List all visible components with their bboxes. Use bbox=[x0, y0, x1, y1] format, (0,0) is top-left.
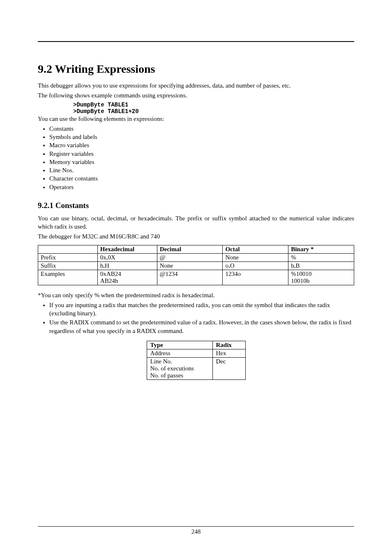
cell: Dec bbox=[212, 357, 245, 379]
cell: 1234o bbox=[223, 270, 288, 285]
list-item: If you are inputting a radix that matche… bbox=[49, 301, 354, 318]
table-row: Address Hex bbox=[147, 349, 245, 357]
intro-2: The following shows example commands usi… bbox=[38, 91, 354, 99]
list-item: Symbols and labels bbox=[49, 133, 354, 141]
table-row: Prefix 0x,0X @ None % bbox=[38, 253, 354, 261]
cell: 0x,0X bbox=[97, 253, 157, 261]
subsection-para-2: The debugger for M32C and M16C/R8C and 7… bbox=[38, 232, 354, 240]
list-item: Macro variables bbox=[49, 141, 354, 149]
cell: @ bbox=[157, 253, 223, 261]
list-item: Constants bbox=[49, 125, 354, 133]
section-number: 9.2 bbox=[38, 62, 52, 75]
cell: % bbox=[288, 253, 354, 261]
th-hex: Hexadecimal bbox=[97, 245, 157, 253]
elements-list: Constants Symbols and labels Macro varia… bbox=[38, 125, 354, 191]
cell: Address bbox=[147, 349, 212, 357]
notes-list: If you are inputting a radix that matche… bbox=[38, 301, 354, 335]
list-item: Memory variables bbox=[49, 158, 354, 166]
list-item: Use the RADIX command to set the predete… bbox=[49, 318, 354, 335]
subsection-number: 9.2.1 bbox=[38, 201, 53, 210]
table-row: Examples 0xAB24 AB24h @1234 1234o %10010… bbox=[38, 270, 354, 285]
intro-1: This debugger allows you to use expressi… bbox=[38, 81, 354, 90]
list-item: Register variables bbox=[49, 150, 354, 158]
page-number: 248 bbox=[191, 528, 201, 535]
intro-3: You can use the following elements in ex… bbox=[38, 115, 354, 123]
subsection-name: Constants bbox=[55, 201, 89, 210]
radix-table: Hexadecimal Decimal Octal Binary * Prefi… bbox=[38, 245, 354, 285]
row-label: Suffix bbox=[38, 261, 98, 270]
row-label: Examples bbox=[38, 270, 98, 285]
list-item: Operators bbox=[49, 183, 354, 191]
table-row: Type Radix bbox=[147, 341, 245, 349]
cell: %10010 10010b bbox=[288, 270, 354, 285]
table-row: Line No. No. of executions No. of passes… bbox=[147, 357, 245, 379]
example-cmd-1: >DumpByte TABLE1 bbox=[73, 102, 354, 108]
fixed-radix-table: Type Radix Address Hex Line No. No. of e… bbox=[147, 341, 246, 380]
table-row: Suffix h,H None o,O b,B bbox=[38, 261, 354, 270]
cell: 0xAB24 AB24h bbox=[97, 270, 157, 285]
cell: o,O bbox=[223, 261, 288, 270]
table-row: Hexadecimal Decimal Octal Binary * bbox=[38, 245, 354, 253]
th-type: Type bbox=[147, 341, 212, 349]
list-item: Line Nos. bbox=[49, 166, 354, 174]
footer-rule bbox=[38, 526, 354, 527]
th-radix: Radix bbox=[212, 341, 245, 349]
th-bin: Binary * bbox=[288, 245, 354, 253]
cell: b,B bbox=[288, 261, 354, 270]
section-name: Writing Expressions bbox=[55, 62, 155, 75]
subsection-para-1: You can use binary, octal, decimal, or h… bbox=[38, 214, 354, 231]
cell: Hex bbox=[212, 349, 245, 357]
th-dec: Decimal bbox=[157, 245, 223, 253]
row-label: Prefix bbox=[38, 253, 98, 261]
th-blank bbox=[38, 245, 98, 253]
subsection-title: 9.2.1 Constants bbox=[38, 201, 354, 210]
cell: @1234 bbox=[157, 270, 223, 285]
example-cmd-2: >DumpByte TABLE1+20 bbox=[73, 108, 354, 115]
th-oct: Octal bbox=[223, 245, 288, 253]
page-footer: 248 bbox=[0, 526, 392, 535]
cell: None bbox=[223, 253, 288, 261]
section-title: 9.2 Writing Expressions bbox=[38, 62, 354, 76]
footnote: *You can only specify % when the predete… bbox=[38, 291, 354, 299]
top-rule bbox=[38, 41, 354, 42]
list-item: Character constants bbox=[49, 174, 354, 183]
cell: h,H bbox=[97, 261, 157, 270]
cell: None bbox=[157, 261, 223, 270]
cell: Line No. No. of executions No. of passes bbox=[147, 357, 212, 379]
